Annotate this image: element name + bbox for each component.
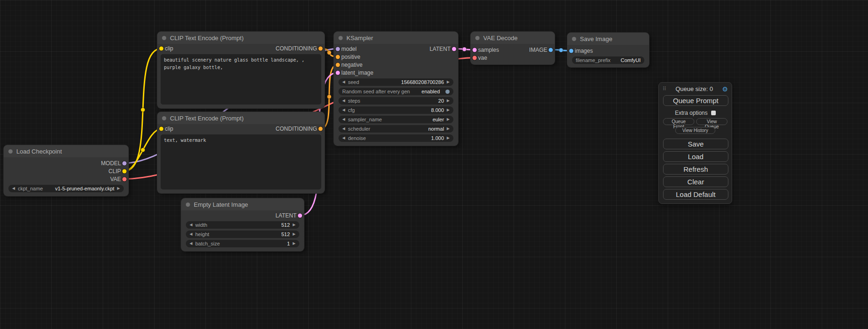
- node-title-bar[interactable]: CLIP Text Encode (Prompt): [157, 32, 325, 44]
- decrement-arrow-icon[interactable]: ◀: [190, 223, 192, 227]
- collapse-dot-icon[interactable]: [572, 37, 576, 41]
- save-button[interactable]: Save: [663, 139, 728, 149]
- collapse-dot-icon[interactable]: [8, 149, 13, 154]
- node-title-bar[interactable]: Save Image: [567, 33, 649, 45]
- view-queue-button[interactable]: View Queue: [696, 118, 727, 125]
- output-slot-vae: VAE: [4, 175, 128, 183]
- clip-slot-dot[interactable]: [159, 47, 163, 51]
- collapse-dot-icon[interactable]: [162, 116, 166, 120]
- sampler-name-widget[interactable]: ◀ sampler_name euler ▶: [339, 116, 453, 123]
- slot-label: vae: [478, 55, 487, 61]
- node-vae-decode[interactable]: VAE Decode samples IMAGE vae: [471, 32, 555, 64]
- extra-options-checkbox[interactable]: [711, 111, 716, 115]
- model-slot-dot[interactable]: [122, 161, 127, 165]
- denoise-widget[interactable]: ◀ denoise 1.000 ▶: [339, 134, 453, 142]
- settings-gear-icon[interactable]: ⚙: [722, 86, 728, 92]
- widget-name: steps: [348, 98, 360, 104]
- clip-slot-dot[interactable]: [159, 127, 163, 131]
- node-ksampler[interactable]: KSampler model LATENT positive negative …: [334, 32, 458, 146]
- decrement-arrow-icon[interactable]: ◀: [190, 242, 192, 245]
- widget-value: 1: [287, 241, 290, 246]
- toggle-indicator-icon[interactable]: [445, 90, 450, 94]
- image-slot-dot[interactable]: [549, 48, 553, 52]
- latent-slot-dot[interactable]: [336, 70, 340, 75]
- height-widget[interactable]: ◀ height 512 ▶: [186, 231, 299, 238]
- increment-arrow-icon[interactable]: ▶: [447, 80, 450, 84]
- node-title-bar[interactable]: Load Checkpoint: [4, 145, 128, 157]
- decrement-arrow-icon[interactable]: ◀: [342, 136, 345, 140]
- load-button[interactable]: Load: [663, 151, 728, 162]
- scheduler-widget[interactable]: ◀ scheduler normal ▶: [339, 125, 453, 133]
- queue-prompt-button[interactable]: Queue Prompt: [663, 95, 728, 106]
- slot-label: clip: [165, 45, 173, 52]
- batch-size-widget[interactable]: ◀ batch_size 1 ▶: [186, 240, 299, 247]
- collapse-dot-icon[interactable]: [186, 203, 190, 207]
- vae-slot-dot[interactable]: [473, 56, 477, 60]
- queue-front-button[interactable]: Queue Front: [663, 118, 694, 125]
- widget-value: v1-5-pruned-emaonly.ckpt: [55, 186, 114, 191]
- steps-widget[interactable]: ◀ steps 20 ▶: [339, 97, 453, 105]
- increment-arrow-icon[interactable]: ▶: [293, 242, 296, 245]
- collapse-dot-icon[interactable]: [339, 36, 343, 40]
- decrement-arrow-icon[interactable]: ◀: [342, 118, 345, 121]
- clear-button[interactable]: Clear: [663, 176, 728, 187]
- decrement-arrow-icon[interactable]: ◀: [342, 127, 345, 131]
- latent-slot-dot[interactable]: [298, 213, 302, 217]
- widget-value: ComfyUI: [621, 57, 641, 63]
- collapse-dot-icon[interactable]: [475, 36, 480, 40]
- filename-prefix-widget[interactable]: filename_prefix ComfyUI: [572, 56, 644, 64]
- increment-arrow-icon[interactable]: ▶: [447, 127, 450, 131]
- increment-arrow-icon[interactable]: ▶: [447, 99, 450, 103]
- node-save-image[interactable]: Save Image images filename_prefix ComfyU…: [567, 33, 649, 67]
- node-title-bar[interactable]: CLIP Text Encode (Prompt): [157, 112, 325, 124]
- drag-handle-icon[interactable]: ⠿: [663, 86, 666, 92]
- image-slot-dot[interactable]: [569, 49, 573, 53]
- node-clip-text-encode-positive[interactable]: CLIP Text Encode (Prompt) clip CONDITION…: [157, 32, 325, 108]
- model-slot-dot[interactable]: [336, 47, 340, 51]
- increment-arrow-icon[interactable]: ▶: [447, 136, 450, 140]
- node-load-checkpoint[interactable]: Load Checkpoint MODEL CLIP VAE ◀ ckpt_na…: [4, 145, 128, 196]
- slot-label: VAE: [110, 176, 121, 182]
- collapse-dot-icon[interactable]: [162, 36, 166, 40]
- load-default-button[interactable]: Load Default: [663, 189, 728, 200]
- conditioning-slot-dot[interactable]: [318, 47, 323, 51]
- clip-slot-dot[interactable]: [122, 169, 127, 173]
- graph-canvas[interactable]: Load Checkpoint MODEL CLIP VAE ◀ ckpt_na…: [0, 0, 868, 329]
- node-clip-text-encode-negative[interactable]: CLIP Text Encode (Prompt) clip CONDITION…: [157, 112, 325, 193]
- slot-row: clip CONDITIONING: [157, 124, 325, 133]
- decrement-arrow-icon[interactable]: ◀: [342, 80, 345, 84]
- node-title-bar[interactable]: VAE Decode: [471, 32, 555, 44]
- negative-prompt-textarea[interactable]: text, watermark: [161, 134, 321, 189]
- positive-prompt-textarea[interactable]: beautiful scenery nature glass bottle la…: [161, 54, 321, 105]
- node-title-bar[interactable]: KSampler: [334, 32, 458, 44]
- seed-widget[interactable]: ◀ seed 156680208700286 ▶: [339, 78, 453, 86]
- increment-arrow-icon[interactable]: ▶: [293, 232, 296, 236]
- increment-arrow-icon[interactable]: ▶: [447, 118, 450, 121]
- decrement-arrow-icon[interactable]: ◀: [342, 99, 345, 103]
- slot-label: CLIP: [108, 168, 121, 175]
- output-slot-latent: LATENT: [181, 211, 304, 219]
- decrement-arrow-icon[interactable]: ◀: [190, 232, 192, 236]
- random-seed-toggle-widget[interactable]: Random seed after every gen enabled: [339, 88, 453, 95]
- increment-arrow-icon[interactable]: ▶: [293, 223, 296, 227]
- view-history-button[interactable]: View History: [675, 127, 715, 134]
- width-widget[interactable]: ◀ width 512 ▶: [186, 221, 299, 229]
- conditioning-slot-dot[interactable]: [318, 127, 323, 131]
- vae-slot-dot[interactable]: [122, 177, 127, 181]
- refresh-button[interactable]: Refresh: [663, 164, 728, 175]
- increment-arrow-icon[interactable]: ▶: [447, 108, 450, 112]
- node-title-bar[interactable]: Empty Latent Image: [181, 198, 304, 210]
- ckpt-name-widget[interactable]: ◀ ckpt_name v1-5-pruned-emaonly.ckpt ▶: [8, 185, 124, 192]
- queue-panel[interactable]: ⠿ Queue size: 0 ⚙ Queue Prompt Extra opt…: [658, 82, 732, 204]
- latent-slot-dot[interactable]: [452, 47, 456, 51]
- conditioning-slot-dot[interactable]: [336, 63, 340, 67]
- cfg-widget[interactable]: ◀ cfg 8.000 ▶: [339, 106, 453, 114]
- increment-arrow-icon[interactable]: ▶: [117, 187, 120, 190]
- conditioning-slot-dot[interactable]: [336, 55, 340, 59]
- output-slot-clip: CLIP: [4, 167, 128, 175]
- slot-label: CONDITIONING: [275, 45, 317, 52]
- decrement-arrow-icon[interactable]: ◀: [342, 108, 345, 112]
- latent-slot-dot[interactable]: [473, 48, 477, 52]
- decrement-arrow-icon[interactable]: ◀: [12, 187, 15, 190]
- node-empty-latent-image[interactable]: Empty Latent Image LATENT ◀ width 512 ▶ …: [181, 198, 304, 251]
